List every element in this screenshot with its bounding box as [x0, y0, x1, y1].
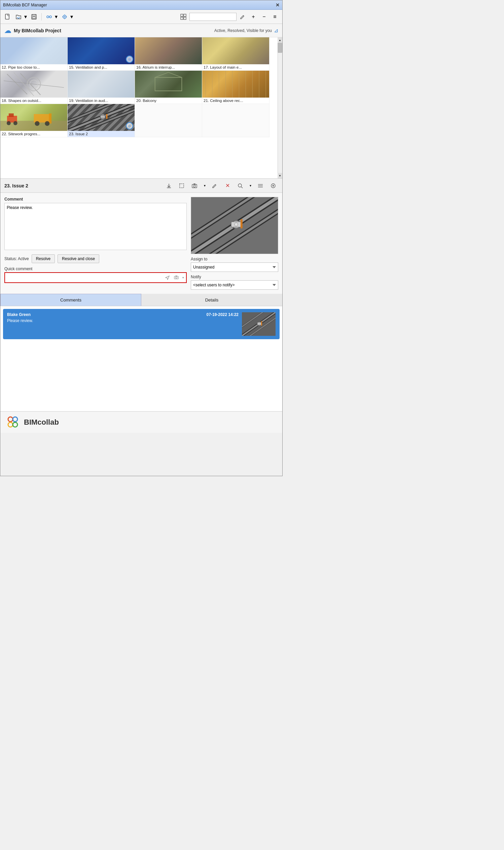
svg-point-92: [13, 422, 18, 427]
status-label: Status: Active: [4, 256, 29, 261]
new-doc-button[interactable]: [3, 12, 13, 21]
issue-label-17: 17. Layout of main e...: [202, 64, 269, 70]
issue-cell-17[interactable]: 17. Layout of main e...: [202, 37, 270, 71]
open-dropdown-arrow[interactable]: ▾: [23, 12, 28, 21]
menu-button[interactable]: ≡: [270, 12, 280, 21]
detail-panel: Comment Please review. Status: Active Re…: [0, 193, 282, 294]
zoom-dropdown-arrow[interactable]: ▾: [248, 181, 253, 191]
scroll-up-button[interactable]: ▲: [277, 37, 282, 43]
view-dropdown[interactable]: ▾: [60, 12, 74, 21]
svg-rect-42: [49, 113, 52, 124]
comment-textarea[interactable]: Please review.: [4, 203, 187, 250]
svg-rect-41: [34, 114, 51, 123]
annotate-button[interactable]: [210, 181, 220, 191]
svg-rect-13: [181, 14, 183, 17]
open-button[interactable]: [14, 12, 23, 21]
issue-cell-empty-2: [202, 104, 270, 137]
issue-cell-23[interactable]: ◎ 23. Issue 2: [68, 104, 135, 137]
svg-rect-15: [181, 17, 183, 19]
overlay-icon-15: ◎: [126, 55, 133, 63]
scrollbar-thumb[interactable]: [277, 43, 282, 53]
connect-dropdown-arrow[interactable]: ▾: [54, 12, 58, 21]
svg-rect-16: [184, 17, 186, 19]
issue-label-21: 21. Ceiling above rec...: [202, 97, 269, 104]
resolve-close-button[interactable]: Resolve and close: [57, 254, 99, 263]
camera-dropdown-button[interactable]: [190, 181, 199, 191]
send-comment-button[interactable]: [164, 274, 171, 281]
tabs-row: Comments Details: [0, 294, 282, 306]
resolve-button[interactable]: Resolve: [32, 254, 55, 263]
add-button[interactable]: +: [249, 12, 258, 21]
title-bar: BIMcollab BCF Manager ✕: [0, 0, 282, 10]
connect-button[interactable]: [44, 12, 54, 21]
issue-cell-22[interactable]: 22. Sitework progres...: [0, 104, 68, 137]
svg-line-20: [4, 81, 64, 88]
svg-rect-52: [101, 115, 105, 118]
svg-rect-23: [155, 77, 182, 91]
close-button[interactable]: ✕: [275, 2, 280, 8]
grid-row-1: 12. Pipe too close to... ◎ 15. Ventilati…: [0, 37, 282, 71]
tab-comments[interactable]: Comments: [0, 294, 141, 306]
issue-cell-18[interactable]: 18. Shapes on outsid...: [0, 71, 68, 104]
issue-thumb-18: [0, 71, 67, 97]
grid-view-button[interactable]: [179, 12, 188, 21]
connect-dropdown[interactable]: ▾: [44, 12, 58, 21]
svg-point-40: [14, 121, 18, 125]
assign-to-select[interactable]: Unassigned: [191, 263, 278, 272]
issue-thumb-15: ◎: [68, 37, 134, 64]
select-button[interactable]: [177, 181, 187, 191]
lines-button[interactable]: [255, 181, 266, 191]
attach-dropdown-arrow[interactable]: ▾: [181, 274, 185, 281]
status-row: Status: Active Resolve Resolve and close: [4, 254, 187, 263]
filter-icon[interactable]: ⊿: [274, 27, 278, 34]
notify-select[interactable]: <select users to notify>: [191, 280, 278, 290]
issue-label-18: 18. Shapes on outsid...: [0, 97, 67, 104]
svg-point-91: [8, 422, 13, 427]
svg-line-59: [241, 187, 242, 188]
svg-point-90: [13, 417, 18, 422]
filter-text: Active, Resolved, Visible for you: [214, 28, 272, 33]
save-button[interactable]: [29, 12, 39, 21]
comment-section-label: Comment: [4, 197, 187, 202]
issue-cell-15[interactable]: ◎ 15. Ventilation and p...: [68, 37, 135, 71]
svg-rect-88: [261, 321, 262, 326]
zoom-in-button[interactable]: [268, 181, 278, 191]
camera-dropdown-arrow[interactable]: ▾: [202, 181, 207, 191]
window-title: BIMcollab BCF Manager: [3, 3, 47, 7]
search-input[interactable]: [190, 13, 236, 21]
svg-line-48: [68, 104, 128, 124]
footer: BIMcollab: [0, 411, 282, 433]
download-button[interactable]: [164, 181, 174, 191]
issue-preview-image: [191, 197, 278, 254]
attach-photo-button[interactable]: [173, 274, 180, 281]
svg-point-67: [176, 277, 177, 278]
svg-rect-87: [257, 322, 262, 325]
issue-cell-20[interactable]: 20. Balcony: [135, 71, 202, 104]
issue-cell-16[interactable]: 16. Atrium is interrup...: [135, 37, 202, 71]
remove-issue-button[interactable]: ✕: [222, 181, 233, 191]
quick-comment-row: ▾: [4, 272, 187, 283]
comment-date-0: 07-19-2022 14:22: [206, 312, 238, 317]
detail-left: Comment Please review. Status: Active Re…: [4, 197, 187, 290]
issue-cell-21[interactable]: 21. Ceiling above rec...: [202, 71, 270, 104]
svg-rect-55: [180, 184, 184, 188]
view-button[interactable]: [60, 12, 69, 21]
scroll-down-button[interactable]: ▼: [277, 173, 282, 178]
remove-button[interactable]: −: [259, 12, 269, 21]
svg-point-43: [35, 121, 39, 126]
issue-cell-12[interactable]: 12. Pipe too close to...: [0, 37, 68, 71]
issue-detail-title: 23. Issue 2: [4, 183, 161, 188]
svg-point-4: [47, 16, 49, 18]
comment-body-0: Please review.: [7, 318, 238, 323]
main-toolbar: ▾ ▾ ▾: [0, 10, 282, 24]
issue-cell-19[interactable]: 19. Ventilation in aud...: [68, 71, 135, 104]
issue-label-12: 12. Pipe too close to...: [0, 64, 67, 70]
tab-details[interactable]: Details: [141, 294, 282, 306]
issue-thumb-21: [202, 71, 269, 97]
zoom-dropdown-button[interactable]: [235, 181, 245, 191]
svg-rect-53: [106, 114, 107, 119]
edit-button[interactable]: [238, 12, 247, 21]
quick-comment-input[interactable]: [6, 274, 162, 282]
open-dropdown[interactable]: ▾: [14, 12, 28, 21]
view-dropdown-arrow[interactable]: ▾: [69, 12, 74, 21]
